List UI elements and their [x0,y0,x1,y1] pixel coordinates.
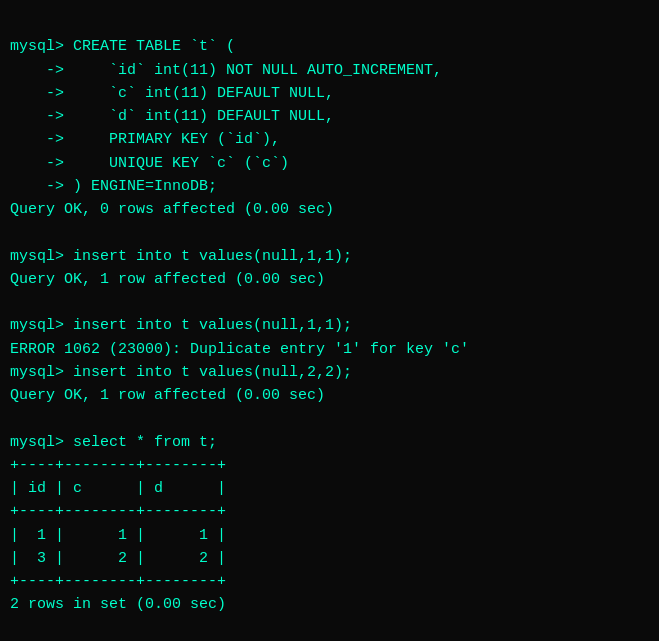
terminal-line: | 1 | 1 | 1 | [10,524,649,547]
terminal-line [10,407,649,430]
terminal-line: -> PRIMARY KEY (`id`), [10,128,649,151]
terminal-line: mysql> insert into t values(null,1,1); [10,314,649,337]
terminal-line: -> UNIQUE KEY `c` (`c`) [10,152,649,175]
terminal-line [10,221,649,244]
terminal-line: +----+--------+--------+ [10,454,649,477]
terminal-line: mysql> insert into t values(null,2,2); [10,361,649,384]
terminal-line: Query OK, 0 rows affected (0.00 sec) [10,198,649,221]
terminal-line: mysql> select * from t; [10,431,649,454]
terminal-output: mysql> CREATE TABLE `t` ( -> `id` int(11… [10,12,649,617]
terminal-line: ERROR 1062 (23000): Duplicate entry '1' … [10,338,649,361]
terminal-line: -> `id` int(11) NOT NULL AUTO_INCREMENT, [10,59,649,82]
terminal-line [10,291,649,314]
terminal-line: -> ) ENGINE=InnoDB; [10,175,649,198]
terminal-line: +----+--------+--------+ [10,500,649,523]
terminal-line: mysql> insert into t values(null,1,1); [10,245,649,268]
terminal-line: Query OK, 1 row affected (0.00 sec) [10,268,649,291]
terminal-line: Query OK, 1 row affected (0.00 sec) [10,384,649,407]
terminal-line: +----+--------+--------+ [10,570,649,593]
terminal-line: -> `d` int(11) DEFAULT NULL, [10,105,649,128]
terminal-line: -> `c` int(11) DEFAULT NULL, [10,82,649,105]
terminal-line: | id | c | d | [10,477,649,500]
terminal-line: | 3 | 2 | 2 | [10,547,649,570]
terminal-line: 2 rows in set (0.00 sec) [10,593,649,616]
terminal-line: mysql> CREATE TABLE `t` ( [10,35,649,58]
